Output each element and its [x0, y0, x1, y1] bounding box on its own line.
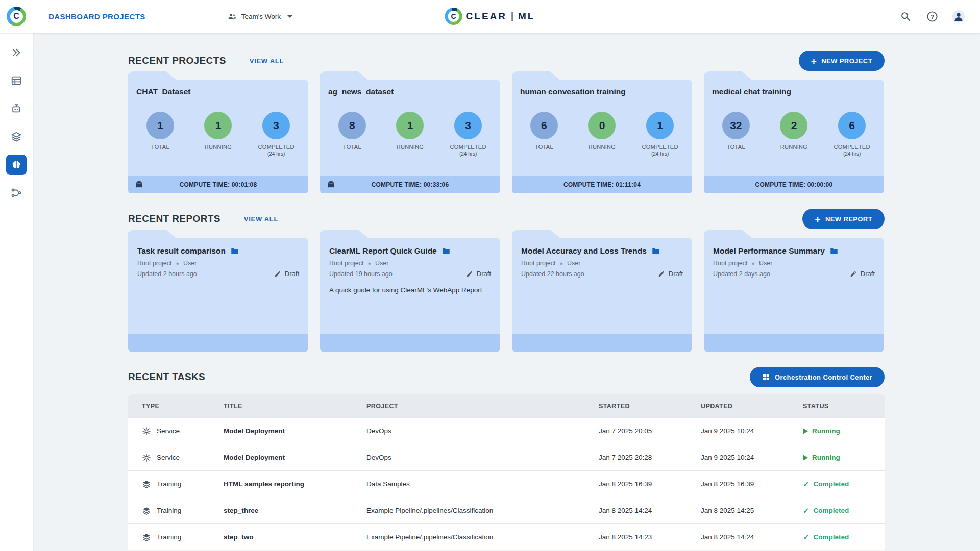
page-title: DASHBOARD PROJECTS [48, 12, 145, 21]
task-project: Example Pipeline/.pipelines/Classificati… [366, 507, 599, 514]
folder-tab [128, 230, 177, 239]
plus-icon: + [815, 214, 821, 224]
report-updated: Updated 2 days ago [713, 270, 770, 278]
table-row[interactable]: Training step_two Example Pipeline/.pipe… [128, 524, 885, 550]
task-type: Service [157, 454, 180, 461]
clearml-logo-icon[interactable]: C [7, 7, 26, 26]
running-icon [803, 455, 808, 461]
new-report-button[interactable]: + NEW REPORT [802, 209, 885, 229]
report-card[interactable]: Model Performance Summary Root project ●… [704, 238, 884, 352]
task-title: HTML samples reporting [224, 480, 366, 488]
task-title: Model Deployment [224, 427, 366, 435]
datasets-icon[interactable] [6, 127, 27, 147]
task-project: DevOps [366, 427, 599, 435]
logo-text-clear: CLEAR [466, 11, 507, 22]
folder-icon [651, 246, 660, 256]
task-title: step_two [224, 533, 366, 541]
folder-icon [442, 246, 451, 256]
clearml-wordmark: C CLEAR ML [445, 8, 535, 25]
pencil-icon [658, 270, 665, 278]
compute-time-label: COMPUTE TIME: 01:11:04 [564, 181, 641, 188]
pipelines-icon[interactable] [6, 183, 27, 203]
report-updated: Updated 19 hours ago [329, 270, 393, 278]
projects-icon[interactable] [6, 155, 27, 175]
report-card[interactable]: Model Accuracy and Loss Trends Root proj… [512, 238, 692, 352]
recent-reports-title: RECENT REPORTS [128, 213, 220, 224]
header-actions: ? [899, 10, 965, 22]
report-updated: Updated 22 hours ago [521, 270, 584, 278]
report-footer-bar [128, 334, 308, 352]
expand-sidebar-icon[interactable] [6, 42, 27, 63]
report-footer-bar [320, 334, 500, 352]
table-row[interactable]: Service Model Deployment DevOps Jan 7 20… [128, 444, 885, 471]
stat-completed: 1 COMPLETED (24 hrs) [636, 112, 683, 176]
project-card[interactable]: ag_news_dataset 8 TOTAL 1 RUNNING 3 COMP [320, 80, 500, 193]
folder-tab [128, 71, 177, 81]
task-started: Jan 8 2025 16:39 [599, 480, 701, 488]
top-header: C DASHBOARD PROJECTS Team's Work C CLEAR… [0, 0, 980, 33]
user-avatar[interactable] [952, 10, 965, 22]
project-card[interactable]: CHAT_Dataset 1 TOTAL 1 RUNNING 3 COMPLET [128, 80, 308, 193]
report-user: User [567, 260, 580, 267]
task-title: step_three [224, 507, 366, 514]
report-updated: Updated 2 hours ago [137, 270, 197, 278]
task-type: Training [157, 533, 181, 541]
report-card[interactable]: Task result comparison Root project ● Us… [128, 238, 308, 352]
project-name: medical chat training [712, 87, 876, 103]
logo-separator [512, 12, 513, 21]
clearml-dashboard: C DASHBOARD PROJECTS Team's Work C CLEAR… [0, 0, 980, 551]
orchestration-control-center-button[interactable]: Orchestration Control Center [750, 367, 885, 387]
folder-tab [512, 71, 561, 81]
compute-time-label: COMPUTE TIME: 00:33:06 [372, 181, 449, 188]
stat-running: 1 RUNNING [386, 112, 433, 176]
pencil-icon [466, 270, 473, 278]
task-project: Example Pipeline/.pipelines/Classificati… [366, 533, 599, 541]
queues-icon[interactable] [6, 70, 27, 91]
stat-total: 32 TOTAL [713, 112, 760, 176]
task-started: Jan 7 2025 20:28 [599, 454, 701, 461]
compute-time-bar: COMPUTE TIME: 00:00:00 [704, 176, 884, 193]
stat-total: 6 TOTAL [521, 112, 568, 176]
report-user: User [759, 260, 772, 267]
compute-time-bar: COMPUTE TIME: 01:11:04 [512, 176, 692, 193]
recent-tasks-table: TYPE TITLE PROJECT STARTED UPDATED STATU… [128, 394, 885, 550]
recent-tasks-title: RECENT TASKS [128, 371, 205, 383]
project-name: ag_news_dataset [328, 87, 492, 103]
task-type: Service [157, 427, 180, 435]
table-row[interactable]: Training HTML samples reporting Data Sam… [128, 471, 885, 497]
project-cards: CHAT_Dataset 1 TOTAL 1 RUNNING 3 COMPLET [128, 80, 885, 193]
col-status: STATUS [803, 403, 885, 410]
left-sidebar [0, 33, 33, 551]
stat-running: 0 RUNNING [578, 112, 625, 176]
help-icon[interactable]: ? [926, 10, 938, 22]
projects-view-all-link[interactable]: VIEW ALL [250, 57, 284, 65]
compute-time-bar: COMPUTE TIME: 00:33:06 [320, 176, 500, 193]
recent-tasks-header: RECENT TASKS Orchestration Control Cente… [128, 367, 885, 387]
table-row[interactable]: Service Model Deployment DevOps Jan 7 20… [128, 418, 885, 444]
search-icon[interactable] [899, 10, 912, 22]
workspace-selector[interactable]: Team's Work [227, 12, 292, 21]
table-row[interactable]: Training step_three Example Pipeline/.pi… [128, 497, 885, 524]
reports-view-all-link[interactable]: VIEW ALL [244, 215, 278, 223]
model-endpoints-icon[interactable] [6, 98, 27, 119]
plus-icon: + [811, 56, 817, 66]
new-project-button[interactable]: + NEW PROJECT [799, 51, 885, 71]
ghost-icon [134, 180, 144, 191]
pencil-icon [850, 270, 857, 278]
chevron-down-icon [287, 15, 292, 18]
task-updated: Jan 8 2025 14:25 [701, 507, 803, 514]
report-user: User [375, 260, 388, 267]
project-card[interactable]: medical chat training 32 TOTAL 2 RUNNING… [704, 80, 884, 193]
recent-projects-title: RECENT PROJECTS [128, 55, 226, 66]
clearml-logo-letter: C [10, 10, 23, 23]
report-status: Draft [658, 270, 683, 278]
report-card[interactable]: ClearML Report Quick Guide Root project … [320, 238, 500, 352]
task-project: DevOps [366, 454, 599, 461]
training-icon [142, 480, 151, 489]
stat-total: 8 TOTAL [329, 112, 376, 176]
report-title: Task result comparison [137, 246, 226, 256]
grid-icon [762, 373, 770, 381]
project-card[interactable]: human convesation training 6 TOTAL 0 RUN… [512, 80, 692, 193]
col-title: TITLE [224, 403, 366, 410]
report-status: Draft [466, 270, 491, 278]
